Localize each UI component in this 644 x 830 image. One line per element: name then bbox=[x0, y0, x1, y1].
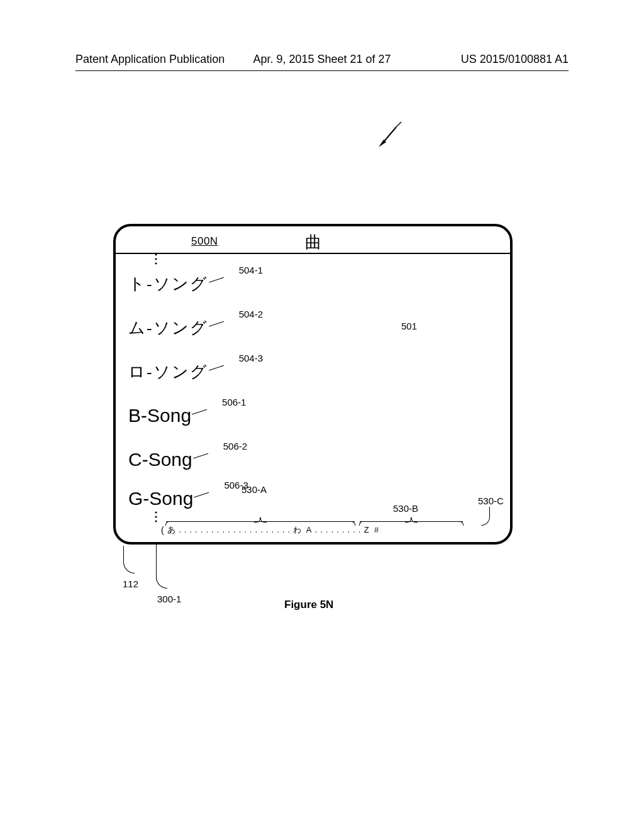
list-item[interactable]: C-Song 506-2 bbox=[128, 438, 510, 482]
brace-530A bbox=[166, 521, 355, 526]
song-title-jp: ト-ソング bbox=[128, 273, 208, 295]
page-header: Patent Application Publication Apr. 9, 2… bbox=[75, 53, 569, 66]
list-item[interactable]: B-Song 506-1 bbox=[128, 394, 510, 438]
screen-title: 曲 bbox=[305, 231, 321, 253]
scrub-en-start[interactable]: A bbox=[306, 525, 313, 534]
figure-caption: Figure 5N bbox=[284, 599, 333, 611]
leader-line bbox=[209, 365, 224, 370]
paren-icon: ( bbox=[161, 525, 165, 535]
title-bar: 500N 曲 bbox=[116, 226, 510, 254]
ref-530-A: 530-A bbox=[242, 484, 267, 495]
scrub-jp-start[interactable]: あ bbox=[167, 525, 176, 534]
ref-504-2: 504-2 bbox=[239, 309, 263, 319]
leader-line bbox=[192, 409, 207, 414]
ref-300-1: 300-1 bbox=[157, 594, 181, 604]
song-title-en: B-Song bbox=[128, 405, 191, 426]
list-item[interactable]: ロ-ソング 504-3 bbox=[128, 350, 510, 394]
scrub-en-end[interactable]: Z bbox=[364, 525, 370, 534]
list-item[interactable]: ト-ソング 504-1 bbox=[128, 262, 510, 306]
arrow-501-icon bbox=[377, 119, 406, 148]
ref-501: 501 bbox=[401, 321, 417, 331]
ref-112: 112 bbox=[123, 578, 138, 589]
leader-line bbox=[209, 277, 224, 282]
header-center: Apr. 9, 2015 Sheet 21 of 27 bbox=[253, 53, 391, 66]
leader-300-1 bbox=[156, 542, 167, 589]
list-item[interactable]: ム-ソング 504-2 bbox=[128, 306, 510, 350]
ref-506-1: 506-1 bbox=[222, 397, 246, 407]
song-title-en: G-Song bbox=[128, 488, 193, 509]
ref-506-2: 506-2 bbox=[223, 441, 247, 451]
brace-530B bbox=[360, 521, 463, 526]
song-list[interactable]: ⋮ ト-ソング 504-1 ム-ソング 504-2 ロ-ソング 504-3 B-… bbox=[116, 254, 510, 519]
device-frame: 500N 曲 ⋮ ト-ソング 504-1 ム-ソング 504-2 ロ-ソング 5… bbox=[113, 224, 513, 545]
list-item[interactable]: G-Song 506-3 530-A bbox=[128, 482, 510, 516]
vertical-ellipsis-icon: ⋮ bbox=[150, 255, 510, 262]
header-divider bbox=[75, 70, 569, 71]
header-right: US 2015/0100881 A1 bbox=[461, 53, 569, 66]
ref-530-B: 530-B bbox=[393, 503, 418, 514]
leader-line bbox=[194, 492, 209, 497]
leader-112 bbox=[123, 546, 135, 573]
song-title-en: C-Song bbox=[128, 449, 192, 470]
scrub-dots: . . . . . . . . . . . . . . . . . . . . … bbox=[179, 526, 293, 534]
ref-530-C: 530-C bbox=[478, 495, 504, 506]
header-left: Patent Application Publication bbox=[75, 53, 225, 66]
figure-label: 500N bbox=[191, 235, 218, 248]
scrub-hash[interactable]: # bbox=[374, 525, 379, 534]
scrub-dots: . . . . . . . . . bbox=[315, 526, 364, 534]
song-title-jp: ム-ソング bbox=[128, 317, 208, 339]
leader-line bbox=[209, 321, 224, 326]
ref-504-3: 504-3 bbox=[239, 353, 263, 363]
ref-504-1: 504-1 bbox=[239, 265, 263, 275]
leader-line bbox=[193, 453, 208, 458]
scrub-jp-end[interactable]: わ bbox=[293, 525, 302, 534]
song-title-jp: ロ-ソング bbox=[128, 361, 208, 383]
